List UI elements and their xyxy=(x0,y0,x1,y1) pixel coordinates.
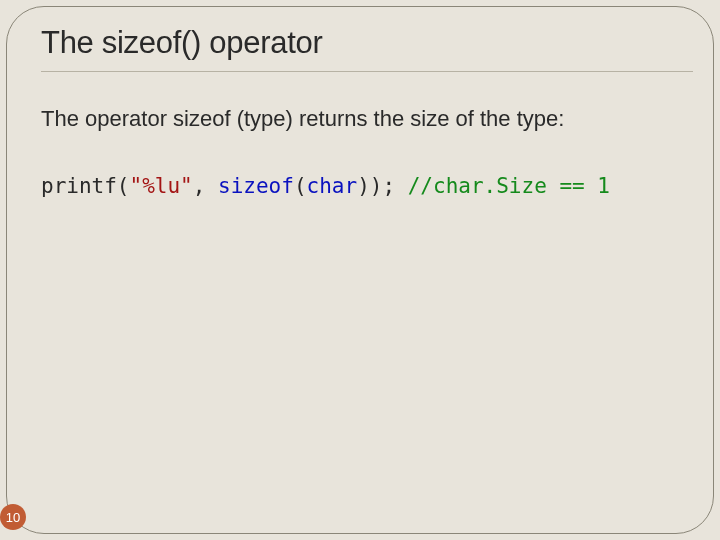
code-keyword-char: char xyxy=(307,174,358,198)
code-plain: ( xyxy=(294,174,307,198)
title-divider xyxy=(41,71,693,72)
code-keyword-sizeof: sizeof xyxy=(218,174,294,198)
code-plain: printf( xyxy=(41,174,130,198)
code-string-literal: "%lu" xyxy=(130,174,193,198)
code-comment: //char.Size == 1 xyxy=(408,174,610,198)
slide-body-text: The operator sizeof (type) returns the s… xyxy=(41,106,693,132)
code-plain: , xyxy=(193,174,218,198)
code-sample: printf("%lu", sizeof(char)); //char.Size… xyxy=(41,174,693,198)
code-plain: )); xyxy=(357,174,408,198)
page-number-badge: 10 xyxy=(0,504,26,530)
slide-frame: The sizeof() operator The operator sizeo… xyxy=(6,6,714,534)
slide-title: The sizeof() operator xyxy=(41,25,693,61)
